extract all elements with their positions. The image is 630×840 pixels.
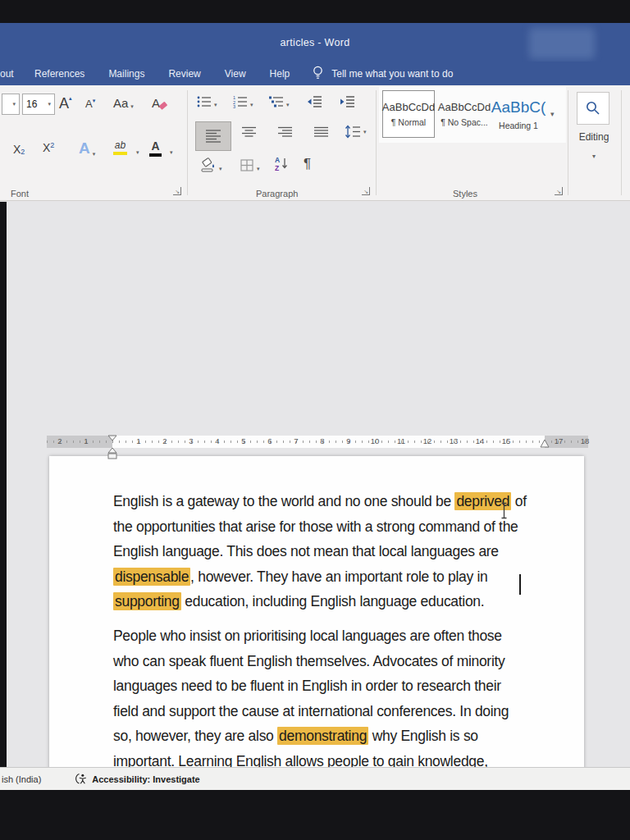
clear-formatting-button[interactable]: A [152, 96, 167, 110]
ruler-number: 6 [267, 436, 272, 445]
editing-group-label[interactable]: Editing [575, 131, 613, 143]
chevron-down-icon: ▾ [286, 102, 290, 108]
ruler-number: 9 [346, 436, 350, 445]
ruler-number: 15 [502, 436, 511, 445]
ribbon-tabs: outReferencesMailingsReviewViewHelp [0, 68, 313, 80]
hanging-indent-marker[interactable] [107, 448, 117, 459]
paragraph: English is a gateway to the world and no… [113, 489, 527, 614]
tell-me-label: Tell me what you want to do [331, 68, 453, 80]
title-bar: articles - Word [0, 23, 630, 62]
ruler-number: 1 [84, 436, 88, 445]
ruler-number: 11 [397, 436, 405, 445]
font-name-combo[interactable]: ▾ [2, 94, 20, 115]
subscript-button[interactable]: X 2 [13, 143, 25, 156]
chevron-down-icon: ▾ [12, 101, 16, 107]
ruler-number: 4 [215, 436, 219, 445]
highlighted-run: demonstrating [277, 727, 368, 745]
accessibility-label: Accessibility: Investigate [92, 774, 199, 784]
sort-button[interactable]: AZ [275, 156, 289, 171]
ribbon-tab-bar: outReferencesMailingsReviewViewHelp Tell… [0, 62, 630, 85]
ribbon: ▾ 16 ▾ A ▴ A ▾ Aa ▾ A X 2 X 2 [0, 85, 630, 201]
accessibility-icon [75, 773, 88, 785]
first-line-indent-marker[interactable] [107, 435, 117, 441]
language-status[interactable]: ish (India) [2, 774, 41, 784]
ruler-number: 14 [476, 436, 485, 445]
text-effects-button[interactable]: A ▾ [79, 139, 95, 158]
shrink-font-button[interactable]: A ▾ [85, 98, 95, 110]
text-highlight-button[interactable]: ab [113, 139, 127, 155]
change-case-button[interactable]: Aa ▾ [113, 96, 134, 110]
styles-dialog-launcher[interactable] [555, 187, 563, 195]
document-workspace: 211234567891011121314151718 English is a… [0, 202, 630, 767]
style-normal[interactable]: AaBbCcDd ¶ Normal [382, 90, 435, 138]
tab-references[interactable]: References [34, 68, 84, 80]
ruler-number: 3 [189, 436, 193, 445]
accessibility-status[interactable]: Accessibility: Investigate [75, 773, 199, 785]
editing-find-button[interactable] [577, 92, 609, 125]
ruler-number: 7 [294, 436, 298, 445]
justify-button[interactable] [314, 126, 329, 139]
paragraph-dialog-launcher[interactable] [362, 187, 370, 195]
font-group-label: Font [11, 189, 29, 199]
letterbox-bottom [0, 790, 630, 840]
bullets-button[interactable]: ▾ [197, 95, 217, 108]
window-title: articles - Word [281, 37, 350, 48]
styles-group-label: Styles [453, 189, 477, 199]
multilevel-list-button[interactable]: ▾ [269, 95, 290, 108]
font-dialog-launcher[interactable] [173, 187, 181, 195]
show-hide-pilcrow-button[interactable]: ¶ [304, 156, 311, 172]
ruler[interactable]: 211234567891011121314151718 [47, 436, 588, 448]
align-center-button[interactable] [242, 126, 257, 139]
grow-font-button[interactable]: A ▴ [59, 95, 72, 112]
tab-mailings[interactable]: Mailings [108, 68, 144, 80]
paragraph-group-label: Paragraph [256, 189, 298, 199]
numbering-button[interactable]: 123 ▾ [233, 95, 253, 108]
blurred-account-area [529, 28, 595, 59]
svg-text:3: 3 [233, 104, 235, 108]
chevron-down-icon: ▾ [130, 103, 134, 110]
superscript-button[interactable]: X 2 [43, 141, 54, 154]
align-right-button[interactable] [278, 126, 293, 139]
letterbox-left [0, 202, 7, 767]
chevron-down-icon: ▾ [170, 149, 173, 156]
letterbox-top [0, 0, 630, 23]
lightbulb-icon [312, 66, 324, 81]
chevron-down-icon: ▾ [257, 166, 260, 172]
decrease-indent-button[interactable] [307, 95, 322, 108]
styles-more-button[interactable]: ▾ [550, 110, 555, 118]
ruler-number: 8 [320, 436, 324, 445]
ruler-number: 17 [555, 436, 564, 445]
tab-review[interactable]: Review [168, 68, 200, 80]
right-indent-marker[interactable] [540, 440, 550, 448]
chevron-down-icon: ▾ [93, 151, 96, 158]
chevron-down-icon: ▾ [363, 129, 367, 135]
line-spacing-button[interactable]: ▾ [345, 125, 367, 139]
font-color-bar [149, 153, 162, 157]
shading-button[interactable]: ▾ [200, 158, 222, 172]
ibeam-cursor [500, 502, 509, 519]
text-caret [519, 574, 521, 595]
chevron-down-icon: ▾ [250, 102, 253, 108]
style-no-spacing[interactable]: AaBbCcDd ¶ No Spac... [438, 90, 491, 138]
ruler-number: 12 [423, 436, 432, 445]
font-color-button[interactable]: A [149, 139, 162, 157]
tab-view[interactable]: View [225, 68, 246, 80]
tab-out[interactable]: out [0, 68, 17, 80]
increase-indent-button[interactable] [340, 95, 355, 108]
text-run: , however. They have an important role t… [190, 568, 487, 585]
ruler-number: 10 [371, 436, 380, 445]
font-size-value: 16 [26, 98, 37, 110]
tab-help[interactable]: Help [270, 68, 290, 80]
ruler-number: 2 [57, 436, 62, 445]
font-size-combo[interactable]: 16 ▾ [22, 94, 55, 115]
style-heading1[interactable]: AaBbC( Heading 1 [492, 90, 545, 138]
chevron-down-icon: ▾ [48, 101, 51, 107]
word-window: articles - Word outReferencesMailingsRev… [0, 0, 630, 840]
ruler-number: 13 [450, 436, 459, 445]
editing-expand-chevron[interactable]: ▾ [592, 153, 596, 160]
tell-me-box[interactable]: Tell me what you want to do [312, 66, 453, 81]
align-left-button[interactable] [195, 121, 231, 151]
borders-button[interactable]: ▾ [240, 159, 260, 172]
ruler-left-margin [47, 436, 112, 448]
chevron-down-icon: ▾ [136, 149, 139, 156]
